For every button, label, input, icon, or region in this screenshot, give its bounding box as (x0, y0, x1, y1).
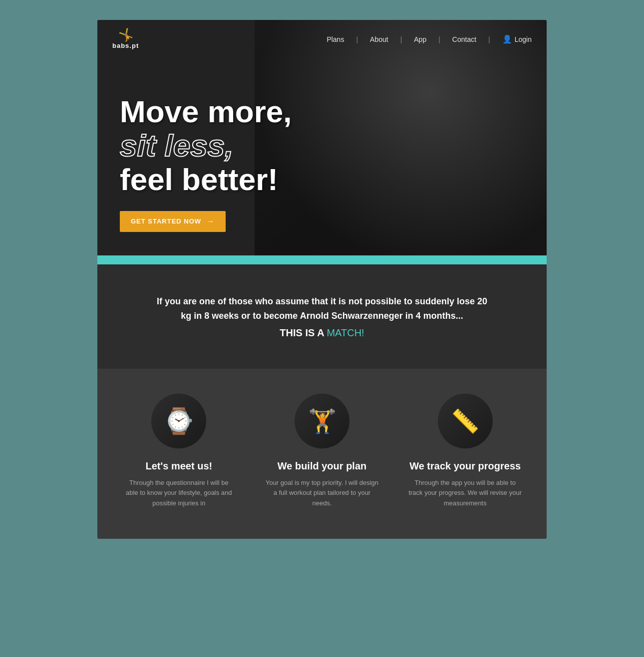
hero-headline-line3: feel better! (120, 163, 292, 197)
feature-card-track: We track your progress Through the app y… (398, 394, 532, 509)
person-icon: 👤 (502, 34, 512, 44)
hero-headline-line2: sit less, (120, 129, 292, 163)
feature-card-meet: Let's meet us! Through the questionnaire… (112, 394, 246, 509)
features-section: Let's meet us! Through the questionnaire… (97, 369, 547, 539)
nav-divider-2: | (400, 35, 402, 43)
feature-title-plan: We build your plan (278, 460, 367, 472)
navbar: 🤸 babs.pt Plans | About | App | Contact (97, 20, 547, 58)
feature-desc-plan: Your goal is my top priority. I will des… (266, 478, 379, 509)
feature-title-meet: Let's meet us! (145, 460, 212, 472)
feature-title-track: We track your progress (409, 460, 521, 472)
watch-icon (151, 394, 206, 448)
cta-label: GET STARTED NOW (131, 218, 201, 225)
tape-measure-icon (438, 394, 493, 448)
nav-link-app[interactable]: App (414, 35, 426, 43)
nav-link-contact[interactable]: Contact (452, 35, 476, 43)
nav-divider-4: | (488, 35, 490, 43)
quote-match-prefix: THIS IS A (280, 327, 326, 338)
hero-teal-strip (97, 255, 547, 264)
nav-item-plans[interactable]: Plans (326, 35, 344, 44)
nav-link-about[interactable]: About (370, 35, 388, 43)
nav-item-app[interactable]: App (414, 35, 426, 44)
nav-item-about[interactable]: About (370, 35, 388, 44)
nav-link-login[interactable]: Login (515, 35, 532, 43)
nav-link-plans[interactable]: Plans (326, 35, 344, 43)
feature-desc-track: Through the app you will be able to trac… (408, 478, 522, 509)
quote-section: If you are one of those who assume that … (97, 264, 547, 369)
dumbbell-icon (295, 394, 349, 448)
feature-desc-meet: Through the questionnaire I will be able… (122, 478, 236, 509)
feature-card-plan: We build your plan Your goal is my top p… (256, 394, 389, 509)
page-wrapper: 🤸 babs.pt Plans | About | App | Contact (97, 20, 547, 539)
logo-text: babs.pt (112, 42, 139, 49)
nav-divider-1: | (356, 35, 358, 43)
nav-item-login[interactable]: 👤 Login (502, 34, 532, 44)
hero-headline-line1: Move more, (120, 95, 292, 129)
nav-links: Plans | About | App | Contact | 👤 Login (326, 34, 532, 44)
logo[interactable]: 🤸 babs.pt (112, 29, 139, 49)
hero-content: Move more, sit less, feel better! GET ST… (120, 95, 292, 232)
quote-text: If you are one of those who assume that … (152, 294, 492, 323)
logo-icon: 🤸 (118, 29, 133, 41)
hero-section: 🤸 babs.pt Plans | About | App | Contact (97, 20, 547, 264)
nav-divider-3: | (438, 35, 440, 43)
quote-match: THIS IS A MATCH! (137, 327, 507, 339)
quote-match-highlight: MATCH! (326, 327, 364, 338)
get-started-button[interactable]: GET STARTED NOW → (120, 211, 226, 232)
nav-item-contact[interactable]: Contact (452, 35, 476, 44)
cta-arrow-icon: → (206, 217, 215, 226)
